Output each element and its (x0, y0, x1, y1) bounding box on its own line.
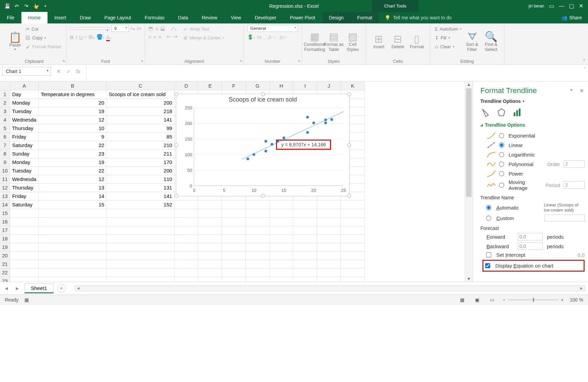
forecast-backward-input[interactable] (518, 242, 543, 250)
cell[interactable] (39, 251, 107, 260)
cell[interactable] (107, 268, 174, 277)
cell[interactable] (246, 260, 270, 268)
trendline-options-category-icon[interactable] (512, 107, 522, 117)
cell[interactable] (270, 260, 293, 268)
cell[interactable]: 12 (39, 175, 107, 183)
cell[interactable] (341, 260, 365, 268)
tab-data[interactable]: Data (171, 12, 195, 23)
row-header[interactable]: 18 (0, 234, 10, 243)
paste-button[interactable]: 📋 Paste ▾ (5, 25, 24, 58)
row-header[interactable]: 15 (0, 209, 10, 217)
cell[interactable] (341, 277, 365, 282)
cell[interactable]: 210 (107, 141, 174, 149)
view-page-layout-icon[interactable]: ▣ (473, 297, 481, 303)
name-box[interactable]: Chart 1▾ (2, 67, 51, 76)
cell[interactable] (10, 226, 38, 234)
cell[interactable]: 20 (39, 98, 107, 107)
display-equation-option[interactable]: Display Equation on chart (482, 260, 585, 272)
cell[interactable]: Day (10, 90, 38, 98)
chart-title[interactable]: Scoops of ice cream sold (176, 96, 349, 103)
increase-indent-icon[interactable]: ⇥ (173, 34, 178, 40)
cell[interactable] (246, 234, 270, 243)
cell[interactable] (317, 226, 341, 234)
macro-recording-icon[interactable]: ▦ (24, 297, 29, 303)
cell[interactable] (10, 260, 38, 268)
cell[interactable]: 200 (107, 98, 174, 107)
cell[interactable]: 200 (107, 166, 174, 175)
cell[interactable] (293, 260, 317, 268)
cell[interactable] (10, 234, 38, 243)
decrease-font-icon[interactable]: A▾ (136, 26, 141, 31)
cell[interactable] (293, 209, 317, 217)
cell[interactable] (39, 226, 107, 234)
align-center-icon[interactable]: ≡ (153, 34, 157, 40)
tab-page-layout[interactable]: Page Layout (98, 12, 138, 23)
cell[interactable]: 85 (107, 132, 174, 141)
format-as-table-button[interactable]: ▤Format as Table (324, 25, 343, 58)
cell[interactable] (174, 260, 198, 268)
tab-developer[interactable]: Developer (248, 12, 283, 23)
copy-button[interactable]: ⿻Copy▾ (24, 34, 63, 42)
chart-handle[interactable] (347, 194, 351, 198)
tab-file[interactable]: File (0, 12, 21, 23)
cell[interactable]: 10 (39, 124, 107, 132)
cell[interactable]: 13 (39, 183, 107, 192)
row-header[interactable]: 13 (0, 192, 10, 200)
cell[interactable] (174, 217, 198, 226)
accounting-icon[interactable]: 💲▾ (247, 34, 255, 40)
cell[interactable]: Friday (10, 192, 38, 200)
chart-handle[interactable] (347, 143, 351, 147)
grid[interactable]: ABCDEFGHIJK1DayTemperature in degreesSco… (0, 81, 465, 282)
cell[interactable] (10, 268, 38, 277)
cell[interactable] (270, 268, 293, 277)
trendline-name-automatic[interactable]: AutomaticLinear (Scoops of ice cream sol… (486, 202, 585, 213)
cell[interactable] (174, 251, 198, 260)
cell[interactable] (39, 260, 107, 268)
conditional-formatting-button[interactable]: ▦Conditional Formatting (305, 25, 324, 58)
borders-icon[interactable]: ⊞▾ (89, 34, 94, 40)
cell[interactable] (222, 226, 246, 234)
chart-data-point[interactable] (264, 150, 267, 152)
tell-me-search[interactable]: 💡 Tell me what you want to do (379, 12, 562, 23)
wrap-text-button[interactable]: ↩Wrap Text (182, 25, 225, 33)
cell[interactable] (39, 234, 107, 243)
cell[interactable]: 23 (39, 149, 107, 158)
underline-button[interactable]: U (79, 34, 83, 40)
row-header[interactable]: 4 (0, 115, 10, 124)
maximize-icon[interactable]: ▢ (569, 3, 574, 9)
user-name[interactable]: jiri beran (529, 4, 544, 8)
chart-data-point[interactable] (330, 118, 333, 121)
save-icon[interactable]: 💾 (3, 2, 12, 11)
cell[interactable] (293, 217, 317, 226)
chart-data-point[interactable] (246, 158, 249, 160)
cell[interactable] (10, 209, 38, 217)
cell[interactable] (222, 234, 246, 243)
cell[interactable] (10, 277, 38, 282)
row-header[interactable]: 23 (0, 277, 10, 282)
clipboard-dialog-launcher[interactable]: ↘ (62, 59, 65, 62)
custom-name-input[interactable] (545, 215, 585, 221)
delete-cells-button[interactable]: ⊟Delete (388, 25, 407, 58)
cell[interactable] (198, 217, 222, 226)
sheet-nav-next[interactable]: ► (14, 286, 21, 291)
cell[interactable]: Tuesday (10, 107, 38, 115)
cell[interactable] (222, 277, 246, 282)
font-color-icon[interactable]: A▾ (106, 34, 111, 40)
cell[interactable] (222, 209, 246, 217)
qat-customize-icon[interactable]: ▾ (41, 2, 50, 11)
formula-bar[interactable]: ˅ (86, 65, 588, 81)
row-header[interactable]: 14 (0, 200, 10, 209)
close-icon[interactable]: ✕ (579, 3, 583, 9)
redo-icon[interactable]: ↷▾ (22, 2, 31, 11)
pane-close-icon[interactable]: ✕ (580, 88, 584, 94)
cell[interactable] (317, 243, 341, 251)
cell[interactable] (341, 234, 365, 243)
polynomial-order-input[interactable]: 2 (564, 160, 585, 168)
cell[interactable] (198, 260, 222, 268)
cell[interactable] (107, 243, 174, 251)
cell[interactable] (246, 209, 270, 217)
zoom-out-button[interactable]: − + (502, 297, 564, 303)
row-header[interactable]: 5 (0, 124, 10, 132)
tab-home[interactable]: Home (21, 12, 48, 23)
cell[interactable]: Friday (10, 132, 38, 141)
